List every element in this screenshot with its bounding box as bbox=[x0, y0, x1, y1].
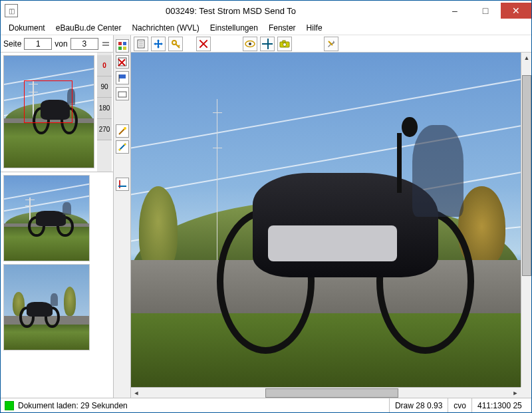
menu-dokument[interactable]: Dokument bbox=[3, 23, 51, 33]
page-current-input[interactable] bbox=[24, 38, 52, 50]
svg-point-11 bbox=[118, 149, 120, 151]
scroll-up-icon[interactable]: ▲ bbox=[521, 53, 532, 63]
scroll-right-icon[interactable]: ► bbox=[510, 388, 521, 398]
viewer-toolbar bbox=[131, 35, 531, 53]
status-led-icon bbox=[5, 401, 14, 410]
tool-wand[interactable] bbox=[116, 124, 129, 138]
overview-thumbnail[interactable] bbox=[3, 55, 94, 168]
status-draw: Draw 28 0.93 bbox=[389, 398, 448, 412]
horizontal-scrollbar[interactable]: ◄ ► bbox=[131, 387, 521, 398]
svg-rect-1 bbox=[123, 42, 126, 45]
spacer bbox=[186, 37, 194, 51]
close-button[interactable]: ✕ bbox=[501, 3, 531, 19]
page-label: Seite bbox=[3, 39, 21, 49]
application-window: ◫ 003249: Test Strom MSD Send To – □ ✕ D… bbox=[0, 0, 532, 413]
left-panel: Seite von bbox=[1, 35, 113, 398]
spacer bbox=[295, 37, 321, 51]
crosshair-icon[interactable] bbox=[260, 37, 275, 51]
menu-hilfe[interactable]: Hilfe bbox=[301, 23, 328, 33]
spacer bbox=[116, 156, 129, 175]
tools-icon[interactable] bbox=[324, 37, 338, 51]
status-user: cvo bbox=[448, 398, 471, 412]
status-load-text: Dokument laden: 29 Sekunden bbox=[18, 401, 389, 410]
tool-flag[interactable] bbox=[116, 71, 129, 84]
svg-rect-5 bbox=[119, 74, 126, 78]
status-coords: 411:1300 25 bbox=[471, 398, 531, 412]
rotate-0-button[interactable]: 0 bbox=[97, 55, 112, 76]
tool-disable[interactable] bbox=[116, 55, 129, 69]
svg-point-9 bbox=[124, 127, 126, 130]
grip-icon bbox=[102, 37, 109, 51]
image-canvas[interactable] bbox=[131, 53, 521, 387]
viewport-rect[interactable] bbox=[24, 80, 72, 123]
right-panel: ▲ ◄ ► bbox=[131, 35, 531, 398]
key-icon[interactable] bbox=[168, 37, 183, 51]
svg-rect-3 bbox=[123, 47, 126, 50]
statusbar: Dokument laden: 29 Sekunden Draw 28 0.93… bbox=[1, 398, 531, 412]
menu-ebaubu[interactable]: eBauBu.de Center bbox=[51, 23, 127, 33]
rotate-270-button[interactable]: 270 bbox=[97, 119, 112, 140]
svg-point-25 bbox=[283, 43, 287, 46]
tool-measure[interactable] bbox=[116, 140, 129, 154]
image-viewer: ▲ ◄ ► bbox=[131, 53, 531, 398]
svg-rect-7 bbox=[118, 92, 126, 97]
move-icon[interactable] bbox=[151, 37, 166, 51]
tool-crop[interactable] bbox=[116, 178, 129, 191]
overview-pane: 0 90 180 270 bbox=[1, 53, 113, 172]
menu-einstellungen[interactable]: Einstellungen bbox=[205, 23, 263, 33]
scrollbar-corner bbox=[521, 387, 531, 398]
scroll-thumb[interactable] bbox=[522, 75, 531, 276]
rotate-90-button[interactable]: 90 bbox=[97, 76, 112, 98]
menubar: Dokument eBauBu.de Center Nachrichten (W… bbox=[1, 21, 531, 35]
thumbnail-item[interactable] bbox=[3, 264, 90, 350]
svg-point-12 bbox=[124, 144, 126, 146]
page-control-row: Seite von bbox=[1, 35, 113, 53]
rotation-controls: 0 90 180 270 bbox=[97, 53, 112, 172]
page-of-label: von bbox=[55, 39, 67, 49]
eye-icon[interactable] bbox=[243, 37, 257, 51]
tool-color-palette[interactable] bbox=[116, 39, 129, 53]
page-icon[interactable] bbox=[134, 37, 148, 51]
menu-fenster[interactable]: Fenster bbox=[263, 23, 301, 33]
vertical-scrollbar[interactable]: ▲ bbox=[521, 53, 531, 387]
svg-rect-0 bbox=[118, 42, 122, 45]
rotate-180-button[interactable]: 180 bbox=[97, 98, 112, 119]
scroll-left-icon[interactable]: ◄ bbox=[131, 388, 142, 398]
thumbnail-list[interactable] bbox=[1, 172, 113, 398]
window-buttons: – □ ✕ bbox=[440, 3, 531, 19]
spacer bbox=[213, 37, 240, 51]
thumbnail-item[interactable] bbox=[3, 175, 90, 261]
camera-icon[interactable] bbox=[277, 37, 292, 51]
maximize-button[interactable]: □ bbox=[470, 3, 501, 19]
svg-line-21 bbox=[178, 45, 180, 47]
svg-point-23 bbox=[249, 43, 251, 45]
delete-icon[interactable] bbox=[196, 37, 211, 51]
spacer bbox=[116, 103, 129, 122]
minimize-button[interactable]: – bbox=[440, 3, 470, 19]
window-title: 003249: Test Strom MSD Send To bbox=[22, 6, 440, 16]
svg-rect-26 bbox=[283, 41, 285, 43]
side-toolbar bbox=[113, 35, 131, 398]
tool-layer[interactable] bbox=[116, 87, 129, 100]
app-icon: ◫ bbox=[5, 4, 18, 17]
body: Seite von bbox=[1, 35, 531, 398]
scroll-thumb[interactable] bbox=[265, 388, 398, 398]
menu-nachrichten[interactable]: Nachrichten (WVL) bbox=[126, 23, 204, 33]
titlebar: ◫ 003249: Test Strom MSD Send To – □ ✕ bbox=[1, 1, 531, 21]
svg-line-8 bbox=[119, 129, 124, 134]
svg-rect-2 bbox=[118, 47, 122, 50]
page-total-input[interactable] bbox=[70, 38, 98, 50]
